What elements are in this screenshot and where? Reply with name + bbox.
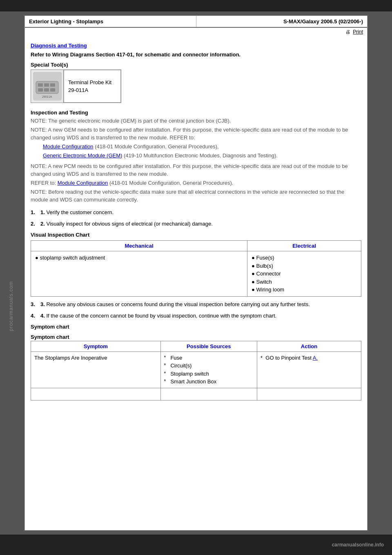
symptom-sources-cell: * Fuse * Circuit(s) * Stoplamp switch * … <box>160 351 257 388</box>
symptom-cell-1: The Stoplamps Are Inoperative <box>31 351 161 388</box>
step-3: 3. 3. Resolve any obvious causes or conc… <box>31 301 361 308</box>
note-link-1-suffix: (418-01 Module Configuration, General Pr… <box>94 143 219 150</box>
vi-mechanical-list: stoplamp switch adjustment <box>35 254 243 262</box>
content-area: Diagnosis and Testing Refer to Wiring Di… <box>25 36 367 404</box>
step-2-num: 2. <box>31 220 40 228</box>
symptom-header-row: Symptom Possible Sources Action <box>31 341 361 351</box>
sidebar-text: procarmanuals.com <box>9 281 14 331</box>
note2-line3: NOTE: Before reading out the vehicle-spe… <box>31 188 361 204</box>
special-tools-title: Special Tool(s) <box>31 62 361 68</box>
symptom-empty-3 <box>257 388 361 401</box>
symptom-chart-main-title: Symptom chart <box>31 324 361 330</box>
source-text-1: Fuse <box>167 354 182 362</box>
step-4: 4. 4. If the cause of the concern cannot… <box>31 312 361 320</box>
source-item-1: * Fuse <box>164 354 254 362</box>
source-item-4: * Smart Junction Box <box>164 378 254 386</box>
note-2: NOTE: A new GEM needs to be configured a… <box>31 126 361 142</box>
step-4-num: 4. <box>31 312 40 320</box>
step-1: 1. 1. Verify the customer concern. <box>31 209 361 216</box>
tool-table: 29011A Terminal Probe Kit 29-011A <box>31 69 121 103</box>
tool-number: 29-011A <box>68 87 116 93</box>
symptom-empty-1 <box>31 388 161 401</box>
symptom-table: Symptom Possible Sources Action The Stop… <box>31 341 361 401</box>
visual-inspection-table: Mechanical Electrical stoplamp switch ad… <box>31 240 361 297</box>
star-2: * <box>164 362 166 369</box>
note-link-1: Module Configuration (418-01 Module Conf… <box>43 143 361 151</box>
main-content: Exterior Lighting - Stoplamps S-MAX/Gala… <box>24 16 368 530</box>
symptom-row-empty <box>31 388 361 401</box>
step-1-content: 1. Verify the customer concern. <box>40 209 361 216</box>
star-1: * <box>164 354 166 361</box>
vi-electrical-cell: Fuse(s) Bulb(s) Connector Switch Wiring … <box>247 251 361 297</box>
vi-row-1: stoplamp switch adjustment Fuse(s) Bulb(… <box>31 251 361 297</box>
vi-electrical-list: Fuse(s) Bulb(s) Connector Switch Wiring … <box>252 254 357 294</box>
print-row: 🖨 Print <box>25 28 367 36</box>
step-3-bold: 3. <box>40 301 45 307</box>
source-item-3: * Stoplamp switch <box>164 370 254 378</box>
gem-link[interactable]: Generic Electronic Module (GEM) <box>43 152 122 159</box>
vi-electrical-item-4: Switch <box>252 278 357 286</box>
tool-svg: 29011A <box>34 73 60 100</box>
action-star: * <box>261 355 264 361</box>
pcm-config-link[interactable]: Module Configuration <box>58 180 108 186</box>
symptom-col3: Action <box>257 341 361 351</box>
step-2-bold: 2. <box>40 221 45 227</box>
step-4-bold: 4. <box>40 313 45 319</box>
vi-mechanical-item-1: stoplamp switch adjustment <box>35 254 243 262</box>
source-text-4: Smart Junction Box <box>167 378 216 386</box>
step-4-content: 4. If the cause of the concern cannot be… <box>40 312 361 320</box>
header-left: Exterior Lighting - Stoplamps <box>25 16 196 27</box>
svg-rect-3 <box>50 83 55 87</box>
vi-col2: Electrical <box>247 241 361 251</box>
vi-electrical-item-2: Bulb(s) <box>252 262 357 270</box>
step-1-num: 1. <box>31 209 40 216</box>
vi-mechanical-cell: stoplamp switch adjustment <box>31 251 247 297</box>
symptom-row-1: The Stoplamps Are Inoperative * Fuse * C… <box>31 351 361 388</box>
vi-electrical-item-1: Fuse(s) <box>252 254 357 262</box>
header-right: S-MAX/Galaxy 2006.5 (02/2006-) <box>196 16 367 27</box>
header-table: Exterior Lighting - Stoplamps S-MAX/Gala… <box>25 16 367 28</box>
print-icon: 🖨 <box>345 29 350 35</box>
action-prefix: GO to Pinpoint Test <box>264 355 313 361</box>
vi-electrical-item-3: Connector <box>252 270 357 278</box>
inspection-title: Inspection and Testing <box>31 110 361 116</box>
star-4: * <box>164 378 166 385</box>
tool-label-box: Terminal Probe Kit 29-011A <box>64 70 121 103</box>
step-2: 2. 2. Visually inspect for obvious signs… <box>31 220 361 228</box>
vi-col1: Mechanical <box>31 241 247 251</box>
step-1-bold: 1. <box>40 209 45 215</box>
source-text-2: Circuit(s) <box>167 362 192 370</box>
note-1: NOTE: The generic electronic module (GEM… <box>31 117 361 125</box>
vi-electrical-item-5: Wiring loom <box>252 286 357 294</box>
note-block-2: NOTE: A new PCM needs to be configured a… <box>31 163 361 204</box>
diagnosis-title: Diagnosis and Testing <box>31 43 361 49</box>
star-3: * <box>164 370 166 377</box>
source-item-2: * Circuit(s) <box>164 362 254 370</box>
symptom-chart-sub-title: Symptom chart <box>31 334 361 340</box>
symptom-col1: Symptom <box>31 341 161 351</box>
action-link[interactable]: A. <box>313 355 318 361</box>
step-3-content: 3. Resolve any obvious causes or concern… <box>40 301 361 308</box>
symptom-action-cell: * GO to Pinpoint Test A. <box>257 351 361 388</box>
tool-name: Terminal Probe Kit <box>68 79 116 85</box>
print-label[interactable]: Print <box>353 29 363 35</box>
source-text-3: Stoplamp switch <box>167 370 209 378</box>
svg-rect-5 <box>44 88 49 92</box>
left-sidebar: procarmanuals.com <box>0 82 22 530</box>
tool-image: 29011A <box>31 70 64 103</box>
note2-line2: REFER to: Module Configuration (418-01 M… <box>31 179 361 187</box>
note2-line1: NOTE: A new PCM needs to be configured a… <box>31 163 361 178</box>
module-config-link[interactable]: Module Configuration <box>43 143 94 150</box>
svg-rect-1 <box>38 83 43 87</box>
tool-image-inner: 29011A <box>33 72 62 101</box>
refer-text: Refer to Wiring Diagrams Section 417-01,… <box>31 51 361 58</box>
note-link-2: Generic Electronic Module (GEM) (419-10 … <box>43 152 361 160</box>
svg-text:29011A: 29011A <box>42 95 52 98</box>
svg-rect-0 <box>36 81 58 94</box>
svg-rect-2 <box>44 83 49 87</box>
symptom-empty-2 <box>160 388 257 401</box>
svg-rect-6 <box>50 88 55 92</box>
svg-rect-4 <box>38 88 43 92</box>
bottom-logo: carmanualsonline.info <box>332 542 384 548</box>
note-link-2-suffix: (419-10 Multifunction Electronic Modules… <box>122 152 278 159</box>
